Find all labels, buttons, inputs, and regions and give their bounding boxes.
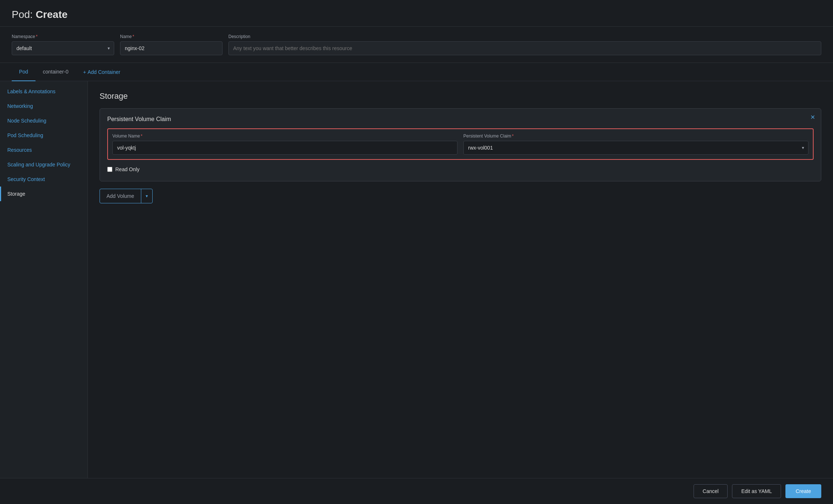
volume-name-input[interactable] — [112, 141, 457, 155]
close-icon: ✕ — [810, 114, 815, 120]
page-title-main: Create — [36, 9, 67, 20]
pvc-select-field: Persistent Volume Claim* rwx-vol001 ▾ — [463, 133, 808, 155]
description-input[interactable] — [228, 41, 821, 55]
top-form-row: Namespace* default ▾ Name* Description — [0, 27, 833, 63]
readonly-label: Read Only — [115, 166, 139, 172]
sidebar: Labels & Annotations Networking Node Sch… — [0, 81, 88, 478]
sidebar-item-scaling-upgrade-policy[interactable]: Scaling and Upgrade Policy — [0, 157, 87, 172]
description-label: Description — [228, 34, 821, 39]
sidebar-item-pod-scheduling[interactable]: Pod Scheduling — [0, 128, 87, 143]
add-volume-button[interactable]: Add Volume ▾ — [100, 189, 153, 203]
pvc-close-button[interactable]: ✕ — [810, 114, 815, 120]
create-button[interactable]: Create — [785, 484, 821, 498]
add-container-tab[interactable]: + Add Container — [76, 63, 128, 81]
plus-icon: + — [83, 69, 86, 75]
sidebar-item-storage[interactable]: Storage — [0, 187, 87, 201]
readonly-row: Read Only — [107, 165, 814, 174]
sidebar-item-labels-annotations[interactable]: Labels & Annotations — [0, 84, 87, 99]
cancel-button[interactable]: Cancel — [694, 484, 728, 498]
name-label: Name* — [120, 34, 223, 39]
namespace-field: Namespace* default ▾ — [12, 34, 114, 55]
content-area: Storage Persistent Volume Claim ✕ Volume… — [88, 81, 833, 478]
pvc-fields-row: Volume Name* Persistent Volume Claim* rw… — [107, 128, 814, 160]
pvc-card: Persistent Volume Claim ✕ Volume Name* P… — [100, 108, 821, 181]
sidebar-item-node-scheduling[interactable]: Node Scheduling — [0, 113, 87, 128]
page-title: Pod: Create — [12, 9, 821, 20]
volume-name-field: Volume Name* — [112, 133, 457, 155]
tab-container-0[interactable]: container-0 — [36, 63, 76, 81]
pvc-select[interactable]: rwx-vol001 — [463, 141, 808, 155]
pvc-select-wrapper: rwx-vol001 ▾ — [463, 141, 808, 155]
page-container: Pod: Create Namespace* default ▾ Name* D… — [0, 0, 833, 504]
name-field: Name* — [120, 34, 223, 55]
pvc-select-label: Persistent Volume Claim* — [463, 133, 808, 139]
namespace-select[interactable]: default — [12, 41, 114, 55]
name-input[interactable] — [120, 41, 223, 55]
page-title-prefix: Pod: — [12, 9, 33, 20]
pvc-card-title: Persistent Volume Claim — [107, 116, 814, 123]
section-title: Storage — [100, 91, 821, 101]
volume-name-label: Volume Name* — [112, 133, 457, 139]
description-field: Description — [228, 34, 821, 55]
main-content: Labels & Annotations Networking Node Sch… — [0, 81, 833, 478]
sidebar-item-security-context[interactable]: Security Context — [0, 172, 87, 187]
sidebar-item-resources[interactable]: Resources — [0, 143, 87, 157]
page-header: Pod: Create — [0, 0, 833, 27]
add-volume-btn-wrapper: Add Volume ▾ — [100, 189, 821, 203]
add-volume-chevron-icon: ▾ — [141, 190, 152, 202]
add-container-label: Add Container — [87, 69, 120, 75]
tab-pod[interactable]: Pod — [12, 63, 36, 81]
edit-yaml-button[interactable]: Edit as YAML — [732, 484, 781, 498]
readonly-checkbox[interactable] — [107, 167, 112, 172]
namespace-label: Namespace* — [12, 34, 114, 39]
tabs-bar: Pod container-0 + Add Container — [0, 63, 833, 81]
namespace-select-wrapper: default ▾ — [12, 41, 114, 55]
sidebar-item-networking[interactable]: Networking — [0, 99, 87, 113]
footer: Cancel Edit as YAML Create — [0, 478, 833, 504]
add-volume-label: Add Volume — [100, 189, 141, 203]
